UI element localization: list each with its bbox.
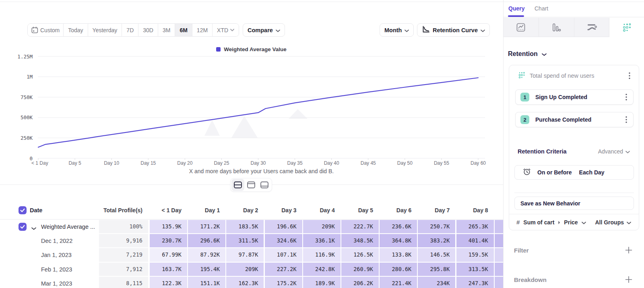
range-6m[interactable]: 6M <box>175 24 192 36</box>
filter-label: Filter <box>514 247 625 254</box>
behavior-step-2[interactable]: 2Purchase Completed <box>515 112 634 127</box>
col-header-day-5[interactable]: Day 5 <box>341 201 379 220</box>
cell-total-profiles: 7,219 <box>99 248 148 262</box>
add-filter-button[interactable] <box>625 247 632 254</box>
range-7d[interactable]: 7D <box>122 24 138 36</box>
tool-tab-funnels[interactable] <box>539 18 574 37</box>
col-header-day-1[interactable]: Day 1 <box>188 201 225 220</box>
granularity-button[interactable]: Month <box>380 23 414 37</box>
compare-button[interactable]: Compare <box>243 23 285 37</box>
cell-day-value: 280.1K <box>495 220 503 234</box>
cell-day-value: 126.5K <box>341 248 379 262</box>
y-axis-label: 1.25M <box>17 54 33 60</box>
tool-tab-retention[interactable] <box>609 18 644 37</box>
tab-query[interactable]: Query <box>508 5 524 12</box>
cell-day-value: 401.4K <box>456 234 494 248</box>
chevron-down-icon <box>481 29 485 32</box>
range-custom[interactable]: Custom <box>28 24 64 36</box>
col-header-day-3[interactable]: Day 3 <box>265 201 302 220</box>
cell-day-value: 311.5K <box>226 234 264 248</box>
cell-day-value: 234K <box>418 277 455 288</box>
cell-day-value: 247.3K <box>456 277 494 288</box>
chevron-down-icon <box>627 222 631 224</box>
range-today[interactable]: Today <box>64 24 88 36</box>
col-header-day-7[interactable]: Day 7 <box>418 201 455 220</box>
calendar-icon <box>31 27 38 33</box>
col-header-day-2[interactable]: Day 2 <box>226 201 264 220</box>
report-section-dropdown[interactable]: Retention <box>508 50 547 58</box>
retention-report-app: CustomTodayYesterday7D30D3M6M12MXTD Comp… <box>0 0 644 288</box>
range-30d[interactable]: 30D <box>138 24 158 36</box>
cell-day-value: 151.1K <box>188 277 225 288</box>
chart-type-label: Retention Curve <box>433 27 478 33</box>
layout-panel-top-button[interactable] <box>245 179 258 191</box>
compare-label: Compare <box>248 27 273 33</box>
groups-dropdown[interactable]: All Groups <box>595 219 631 226</box>
select-all-checkbox[interactable] <box>19 206 27 214</box>
row-date-label: Weighted Average ... <box>41 220 95 234</box>
col-header-day-9[interactable]: Day 9 <box>495 201 503 220</box>
cell-day-value: 260.9K <box>341 263 379 276</box>
chevron-down-icon <box>625 148 630 155</box>
save-behavior-button[interactable]: Save as New Behavior <box>514 197 634 210</box>
criteria-title: Retention Criteria <box>518 148 598 155</box>
cell-day-value: 135.9K <box>150 220 187 234</box>
chart-caption: X and more days before your Users came b… <box>38 168 485 174</box>
kebab-menu-icon <box>629 72 630 79</box>
step-menu-button[interactable] <box>623 116 630 123</box>
step-number-badge: 2 <box>520 115 529 124</box>
alarm-clock-icon <box>523 168 531 176</box>
chart-type-button[interactable]: Retention Curve <box>417 23 490 37</box>
behavior-menu-button[interactable] <box>626 72 633 79</box>
cell-day-value: 175.2K <box>265 277 302 288</box>
range-yesterday[interactable]: Yesterday <box>88 24 122 36</box>
tab-chart[interactable]: Chart <box>535 5 548 12</box>
layout-split-horizontal-button[interactable] <box>231 179 244 191</box>
chevron-down-icon <box>625 151 630 153</box>
retention-window-row[interactable]: On or Before Each Day <box>514 165 634 180</box>
measure-dropdown[interactable]: # Sum of cart Price <box>516 219 595 226</box>
cell-day-value: 313.5K <box>456 263 494 276</box>
tool-tab-flows[interactable] <box>574 18 610 37</box>
chevron-down-icon <box>542 50 547 58</box>
add-breakdown-button[interactable] <box>625 276 632 283</box>
col-header-day-6[interactable]: Day 6 <box>380 201 417 220</box>
col-header-1-day[interactable]: < 1 Day <box>150 201 187 220</box>
report-type-strip <box>504 18 644 37</box>
behavior-step-1[interactable]: 1Sign Up Completed <box>515 89 634 105</box>
cell-day-value: 171.9K <box>495 248 503 262</box>
chevron-right-icon <box>558 219 560 226</box>
layout-panel-bottom-button[interactable] <box>258 179 271 191</box>
criteria-mode-dropdown[interactable]: Advanced <box>598 148 630 155</box>
col-header-day-4[interactable]: Day 4 <box>303 201 341 220</box>
range-12m[interactable]: 12M <box>192 24 213 36</box>
row-date-label: Dec 1, 2022 <box>41 234 72 248</box>
funnels-icon <box>551 23 561 32</box>
y-axis-label: 750K <box>21 94 33 100</box>
behavior-title: Total spend of new users <box>530 73 626 79</box>
plus-icon <box>625 276 632 283</box>
table-body: Weighted Average ...100%135.9K171.2K183.… <box>0 220 503 288</box>
behavior-card-header: Total spend of new users <box>518 71 633 80</box>
range-xtd[interactable]: XTD <box>213 24 239 36</box>
y-axis-label: 250K <box>21 135 33 141</box>
cell-day-value: 295.8K <box>418 263 455 276</box>
step-menu-button[interactable] <box>623 93 630 101</box>
alarm-clock-icon <box>523 168 531 177</box>
x-axis-label: Day 50 <box>397 160 413 166</box>
range-3m[interactable]: 3M <box>158 24 175 36</box>
row-expand-chevron[interactable] <box>31 224 36 232</box>
col-header-date[interactable]: Date <box>30 201 42 220</box>
range-label: 3M <box>163 27 170 33</box>
cell-day-value: 87.92K <box>188 248 225 262</box>
card-footer: # Sum of cart Price All Groups <box>509 214 639 230</box>
col-header-total-profiles[interactable]: Total Profile(s) <box>99 201 148 220</box>
tool-tab-insights[interactable] <box>504 18 539 37</box>
cell-total-profiles: 7,912 <box>99 263 148 276</box>
chevron-down-icon <box>230 29 234 31</box>
row-checkbox[interactable] <box>19 223 27 231</box>
col-header-day-8[interactable]: Day 8 <box>456 201 494 220</box>
chevron-down-icon <box>627 219 631 226</box>
range-label: 12M <box>197 27 208 33</box>
plus-icon <box>625 247 632 254</box>
